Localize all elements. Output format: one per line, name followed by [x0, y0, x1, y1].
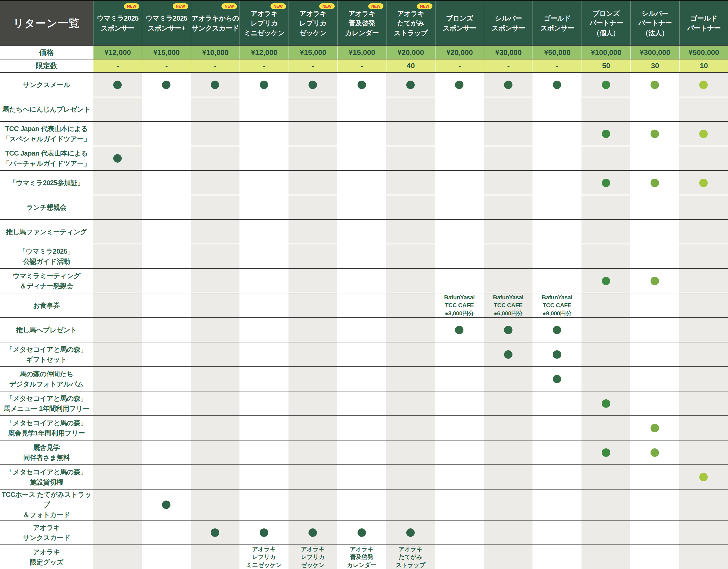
table-row: 「メタセコイアと馬の森」 馬メニュー 1年間利用フリー — [0, 391, 728, 415]
price-row: 価格 ¥12,000¥15,000¥10,000¥12,000¥15,000¥1… — [0, 45, 728, 59]
table-cell — [337, 122, 386, 146]
table-cell — [581, 171, 630, 195]
table-cell — [435, 343, 484, 366]
table-cell — [630, 490, 679, 520]
table-cell — [386, 269, 435, 293]
price-value: ¥300,000 — [630, 46, 679, 59]
feature-label: 厩舎見学 同伴者さま無料 — [0, 441, 93, 465]
column-header-label: ウマミラ2025 スポンサー+ — [146, 14, 187, 33]
included-dot — [358, 528, 366, 537]
table-row: 推し馬へプレゼント — [0, 317, 728, 342]
table-cell — [581, 73, 630, 97]
column-header-4: アオラキ レプリカ ミニゼッケンNEW — [239, 1, 288, 45]
limit-row: 限定数 ------40---503010 — [0, 59, 728, 72]
table-cell — [239, 392, 288, 415]
table-cell — [191, 73, 239, 97]
table-cell — [435, 122, 484, 146]
table-cell — [679, 97, 728, 121]
included-dot — [602, 179, 610, 187]
included-dot — [553, 326, 561, 334]
table-cell — [484, 244, 532, 268]
return-comparison-table: リターン一覧 ウマミラ2025 スポンサーNEWウマミラ2025 スポンサー+N… — [0, 0, 728, 569]
table-cell — [435, 490, 484, 520]
table-cell — [142, 97, 190, 121]
table-cell — [435, 220, 484, 244]
table-cell — [191, 195, 239, 219]
table-cell — [581, 244, 630, 268]
table-cell — [337, 97, 386, 121]
column-header-label: アオラキ レプリカ ゼッケン — [299, 9, 327, 37]
table-cell — [435, 244, 484, 268]
table-cell — [532, 171, 581, 195]
table-row: TCC Japan 代表山本による 「バーチャルガイドツアー」 — [0, 146, 728, 170]
table-cell — [435, 195, 484, 219]
table-cell — [484, 220, 532, 244]
table-cell — [581, 465, 630, 489]
table-cell — [337, 465, 386, 489]
table-cell — [386, 441, 435, 465]
table-cell — [484, 73, 532, 97]
table-cell — [386, 73, 435, 97]
table-cell — [288, 195, 337, 219]
table-row: 馬の森の仲間たち デジタルフォトアルバム — [0, 366, 728, 391]
table-row: TCCホース たてがみストラップ ＆フォトカード — [0, 489, 728, 520]
table-cell — [435, 545, 484, 569]
feature-label: TCCホース たてがみストラップ ＆フォトカード — [0, 490, 93, 520]
table-cell — [630, 73, 679, 97]
table-cell — [337, 244, 386, 268]
feature-label: 「メタセコイアと馬の森」 厩舎見学1年間利用フリー — [0, 416, 93, 440]
cell-text: アオラキ たてがみ ストラップ — [396, 545, 425, 569]
table-cell: BafunYasai TCC CAFE ●6,000円分 — [484, 294, 532, 317]
table-cell — [93, 220, 142, 244]
table-row: 「メタセコイアと馬の森」 ギフトセット — [0, 342, 728, 366]
table-cell — [93, 294, 142, 317]
table-cell — [288, 171, 337, 195]
price-value: ¥12,000 — [239, 46, 288, 59]
table-cell — [93, 318, 142, 342]
table-cell — [337, 220, 386, 244]
table-cell — [435, 269, 484, 293]
table-cell — [142, 441, 190, 465]
table-cell — [581, 441, 630, 465]
table-cell — [142, 343, 190, 366]
table-cell — [435, 441, 484, 465]
table-cell — [191, 97, 239, 121]
table-cell — [93, 416, 142, 440]
table-cell — [386, 97, 435, 121]
included-dot — [211, 81, 219, 89]
column-header-label: シルバー パートナー （法人） — [638, 9, 672, 37]
table-cell — [679, 146, 728, 170]
table-cell — [93, 545, 142, 569]
table-cell — [142, 392, 190, 415]
table-cell — [581, 392, 630, 415]
included-dot — [553, 375, 561, 383]
column-header-6: アオラキ 普及啓発 カレンダーNEW — [337, 1, 386, 45]
table-cell — [239, 269, 288, 293]
table-row: 「メタセコイアと馬の森」 厩舎見学1年間利用フリー — [0, 415, 728, 440]
table-cell — [630, 521, 679, 544]
table-cell — [337, 73, 386, 97]
table-cell — [288, 490, 337, 520]
table-cell — [288, 392, 337, 415]
table-cell — [532, 521, 581, 544]
table-cell — [679, 490, 728, 520]
table-cell — [288, 146, 337, 170]
table-cell — [191, 122, 239, 146]
price-value: ¥12,000 — [93, 46, 142, 59]
included-dot — [602, 399, 610, 408]
column-header-label: アオラキ 普及啓発 カレンダー — [345, 9, 379, 37]
table-cell — [288, 220, 337, 244]
table-cell — [288, 318, 337, 342]
table-cell — [532, 97, 581, 121]
table-cell — [142, 244, 190, 268]
table-cell — [337, 195, 386, 219]
price-value: ¥15,000 — [288, 46, 337, 59]
table-cell — [93, 97, 142, 121]
table-cell — [191, 343, 239, 366]
price-value: ¥500,000 — [679, 46, 728, 59]
included-dot — [113, 81, 122, 89]
table-row: TCC Japan 代表山本による 「スペシャルガイドツアー」 — [0, 121, 728, 146]
included-dot — [651, 130, 659, 138]
column-header-label: ブロンズ パートナー （個人） — [589, 9, 623, 37]
table-cell — [630, 244, 679, 268]
